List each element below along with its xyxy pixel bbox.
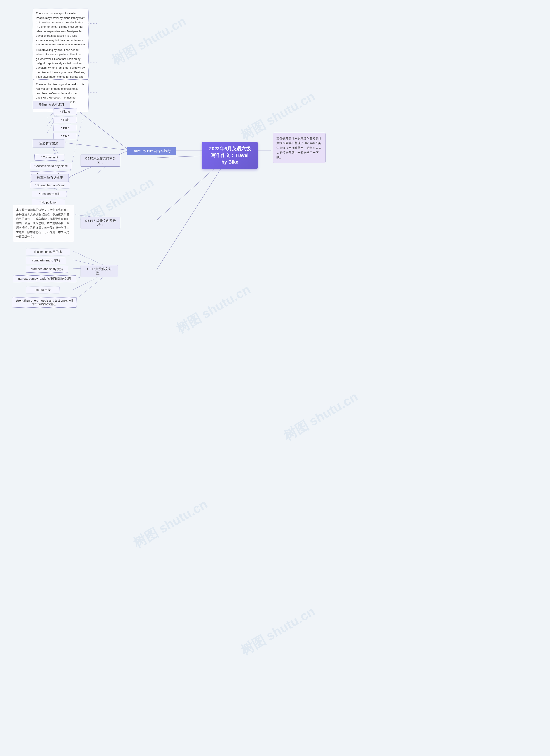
watermark-7: 树图 shutu.cn	[237, 603, 318, 659]
central-node: 2022年6月英语六级写作作文：Travel by Bike	[202, 142, 258, 169]
vocab-compartment: compartment n. 车厢	[26, 257, 66, 264]
leaf-plane: * Plane	[53, 108, 77, 115]
leaf-convenient: * Convenient	[34, 154, 64, 161]
vocab-destination: destination n. 目的地	[26, 249, 70, 255]
watermark-5: 树图 shutu.cn	[281, 388, 361, 445]
leaf-ship: * Ship	[53, 133, 77, 139]
left-title: Travel by Bike自行车旅行	[127, 147, 176, 155]
watermark-6: 树图 shutu.cn	[130, 496, 211, 552]
watermark-1: 树图 shutu.cn	[109, 13, 189, 69]
vocab-cramped: cramped and stuffy 拥挤	[26, 266, 68, 273]
leaf-strengthen: * St rengthen one's will	[30, 182, 70, 188]
leaf-no-pollution: * No pollution	[32, 199, 65, 206]
analysis-block: 本文是一篇简单的议论文，文中首先列举了多种交通工具并说明优缺点，然后重实作者自己…	[13, 205, 74, 242]
sec-cet6-vocab: CET6六级作文句型：	[81, 265, 118, 277]
vocab-set-out: set out 出发	[26, 287, 60, 293]
sec-cet6-content: CET6六级作文内容分析：	[81, 217, 120, 229]
vocab-strengthen: strengthen one's muscle and test one's w…	[12, 297, 77, 308]
leaf-test-will: * Test one's will	[32, 191, 67, 197]
info-box: 文都教育英语六级频道为备考英语六级的同学们整理了2022年6月英语六级作文优秀范…	[273, 133, 326, 163]
sec-travel-ways: 旅游的方式有多种	[33, 101, 70, 109]
sec-health: 骑车出游有益健康	[31, 174, 69, 182]
leaf-train: * Train	[53, 117, 77, 123]
leaf-bus: * Bu s	[53, 125, 77, 131]
sec-love-biking: 我爱骑车出游	[33, 140, 65, 147]
mind-map-canvas: 树图 shutu.cn 树图 shutu.cn 树图 shutu.cn 树图 s…	[0, 0, 550, 756]
leaf-accessible: * Accessible to any place	[30, 163, 72, 169]
svg-line-19	[65, 143, 129, 150]
svg-line-18	[71, 105, 129, 150]
watermark-4: 树图 shutu.cn	[173, 281, 254, 337]
connector-lines	[0, 0, 550, 756]
vocab-narrow: narrow, bumpy roads 狭窄而颠簸的路面	[13, 275, 76, 282]
sec-cet6-structure: CET6六级作文结构分析：	[81, 155, 120, 167]
svg-line-33	[157, 155, 230, 269]
